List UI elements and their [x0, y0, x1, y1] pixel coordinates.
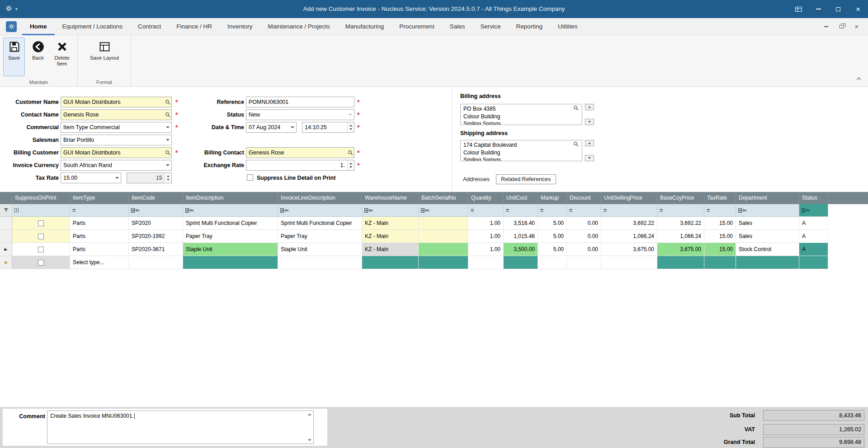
filter-cell-itemcode[interactable]: abc — [129, 204, 183, 217]
search-icon[interactable] — [164, 112, 171, 117]
grid-cell-itemcode[interactable]: SP2020 — [129, 217, 183, 230]
chevron-down-icon[interactable] — [164, 164, 171, 166]
close-button[interactable]: × — [848, 0, 868, 18]
suppress-line-detail-checkbox[interactable] — [247, 174, 253, 181]
filter-cell-discount[interactable]: = — [567, 204, 601, 217]
status-select[interactable]: New — [246, 109, 354, 120]
grid-cell-markup[interactable]: 5.00 — [538, 230, 567, 243]
billing-contact-input[interactable]: Genesis Rose — [246, 147, 354, 158]
column-header-suppressonprint[interactable]: SuppressOnPrint — [12, 192, 70, 204]
grid-cell-quantity[interactable]: 1.00 — [468, 217, 504, 230]
grid-cell-itemdescription[interactable] — [183, 256, 278, 269]
row-checkbox[interactable] — [38, 233, 44, 239]
grid-cell-taxrate[interactable]: 15.00 — [704, 243, 736, 256]
column-header-batchserialno[interactable]: BatchSerialNo — [419, 192, 468, 204]
customer-name-input[interactable]: GUI Molan Distributors — [61, 97, 172, 107]
filter-cell-itemtype[interactable]: = — [70, 204, 129, 217]
grid-cell-itemdescription[interactable]: Sprint Multi Functional Copier — [183, 217, 278, 230]
search-icon[interactable] — [164, 150, 171, 155]
column-header-warehousename[interactable]: WarehouseName — [362, 192, 419, 204]
grid-cell-taxrate[interactable] — [704, 256, 736, 269]
grid-cell-itemdescription[interactable]: Paper Tray — [183, 230, 278, 243]
exchange-rate-spinner[interactable]: 1. — [246, 160, 354, 171]
row-indicator[interactable] — [0, 217, 12, 230]
grid-cell-baseccyprice[interactable]: 3,675.00 — [657, 243, 704, 256]
grid-cell-unitcost[interactable] — [504, 256, 538, 269]
row-checkbox[interactable] — [38, 247, 44, 252]
salesman-select[interactable]: Briar Portillo — [61, 135, 172, 145]
ribbon-tab-reporting[interactable]: Reporting — [508, 18, 550, 35]
chevron-down-icon[interactable] — [289, 126, 296, 128]
ribbon-tab-equipment-locations[interactable]: Equipment / Locations — [55, 18, 131, 35]
spinner-arrows-icon[interactable] — [347, 122, 354, 132]
filter-cell-invoicelinedescription[interactable]: abc — [278, 204, 362, 217]
grid-cell-warehousename[interactable]: KZ - Main — [362, 230, 419, 243]
grid-cell-itemtype[interactable]: Parts — [70, 230, 129, 243]
grid-cell-baseccyprice[interactable]: 3,692.22 — [657, 217, 704, 230]
column-header-status[interactable]: Status — [799, 192, 828, 204]
grid-cell-invoicelinedescription[interactable]: Staple Unit — [278, 243, 362, 256]
filter-cell-batchserialno[interactable]: abc — [419, 204, 468, 217]
grid-cell-markup[interactable] — [538, 256, 567, 269]
filter-cell-taxrate[interactable]: = — [704, 204, 736, 217]
column-header-discount[interactable]: Discount — [567, 192, 601, 204]
delete-item-button[interactable]: Delete Item — [51, 37, 73, 76]
grid-cell-invoicelinedescription[interactable]: Paper Tray — [278, 230, 362, 243]
filter-cell-itemdescription[interactable]: abc — [183, 204, 278, 217]
spinner-arrows-icon[interactable] — [165, 173, 171, 183]
ribbon-tab-maintenance-projects[interactable]: Maintenance / Projects — [260, 18, 337, 35]
grid-cell-suppressonprint[interactable] — [12, 230, 70, 243]
column-header-itemcode[interactable]: ItemCode — [129, 192, 183, 204]
column-header-itemdescription[interactable]: ItemDescription — [183, 192, 278, 204]
grid-cell-department[interactable] — [736, 256, 799, 269]
filter-cell-department[interactable]: abc — [736, 204, 799, 217]
filter-cell-baseccyprice[interactable]: = — [657, 204, 704, 217]
grid-cell-itemtype[interactable]: Select type... — [70, 256, 129, 269]
ribbon-close-button[interactable]: × — [850, 21, 863, 32]
grid-cell-status[interactable] — [799, 256, 828, 269]
filter-cell-quantity[interactable]: = — [468, 204, 504, 217]
search-icon[interactable] — [346, 150, 354, 155]
grid-cell-status[interactable]: A — [799, 217, 828, 230]
grid-cell-status[interactable]: A — [799, 243, 828, 256]
grid-cell-invoicelinedescription[interactable]: Sprint Multi Functional Copier — [278, 217, 362, 230]
contact-name-input[interactable]: Genesis Rose — [61, 109, 172, 120]
grid-cell-unitsellingprice[interactable]: 3,692.22 — [601, 217, 657, 230]
column-header-unitsellingprice[interactable]: UnitSellingPrice — [601, 192, 657, 204]
grid-cell-itemtype[interactable]: Parts — [70, 243, 129, 256]
grid-cell-itemcode[interactable]: SP2020-3671 — [129, 243, 183, 256]
ribbon-tab-home[interactable]: Home — [22, 18, 55, 35]
grid-cell-itemcode[interactable]: SP2020-1992 — [129, 230, 183, 243]
minimize-button[interactable] — [808, 0, 828, 18]
tax-rate-spinner[interactable]: 15 — [127, 173, 172, 183]
grid-cell-quantity[interactable]: 1.00 — [468, 243, 504, 256]
grid-cell-baseccyprice[interactable]: 1,066.24 — [657, 230, 704, 243]
grid-cell-discount[interactable]: 0.00 — [567, 230, 601, 243]
grid-cell-invoicelinedescription[interactable] — [278, 256, 362, 269]
gear-icon[interactable] — [5, 5, 12, 14]
ribbon-tab-service[interactable]: Service — [472, 18, 508, 35]
filter-cell-markup[interactable]: = — [538, 204, 567, 217]
tab-addresses[interactable]: Addresses — [458, 175, 494, 184]
column-header-unitcost[interactable]: UnitCost — [504, 192, 538, 204]
row-checkbox[interactable] — [38, 220, 44, 226]
ribbon-tab-manufacturing[interactable]: Manufacturing — [338, 18, 392, 35]
filter-cell-warehousename[interactable]: abc — [362, 204, 419, 217]
back-button[interactable]: Back — [27, 37, 49, 76]
column-header-invoicelinedescription[interactable]: InvoiceLineDescription — [278, 192, 362, 204]
grid-cell-batchserialno[interactable] — [419, 256, 468, 269]
date-input[interactable]: 07 Aug 2024 — [246, 122, 297, 133]
grid-cell-unitcost[interactable]: 1,015.46 — [504, 230, 538, 243]
filter-cell-unitcost[interactable]: = — [504, 204, 538, 217]
filter-cell-status[interactable]: abc — [799, 204, 828, 217]
grid-cell-department[interactable]: Stock Control — [736, 243, 799, 256]
grid-cell-status[interactable]: A — [799, 230, 828, 243]
layout-grid-icon[interactable] — [788, 0, 808, 18]
search-icon[interactable] — [573, 105, 581, 113]
ribbon-tab-sales[interactable]: Sales — [442, 18, 473, 35]
grid-cell-taxrate[interactable]: 15.00 — [704, 217, 736, 230]
shipping-address-box[interactable]: 174 Capital Boulevard Colour Building Sm… — [460, 140, 582, 161]
column-header-quantity[interactable]: Quantity — [468, 192, 504, 204]
ribbon-minimize-button[interactable] — [819, 21, 833, 32]
column-header-itemtype[interactable]: ItemType — [70, 192, 129, 204]
